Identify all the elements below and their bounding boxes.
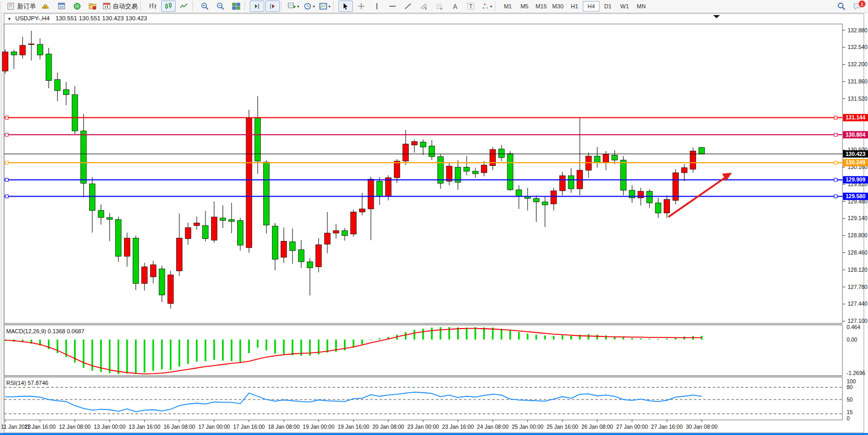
svg-text:127.440: 127.440	[848, 300, 867, 307]
svg-text:T: T	[469, 4, 472, 9]
toolbar-separator	[281, 2, 285, 11]
new-order-button[interactable]: 新订单	[6, 1, 38, 12]
svg-text:129.909: 129.909	[846, 176, 865, 183]
timeframe-m15-button[interactable]: M15	[533, 1, 549, 11]
svg-text:132.540: 132.540	[848, 44, 867, 50]
toolbar-separator	[244, 2, 249, 11]
arrows-button[interactable]: ▾	[479, 1, 494, 12]
channel-button[interactable]: E	[417, 1, 431, 12]
svg-text:16 Jan 08:00: 16 Jan 08:00	[164, 424, 195, 430]
svg-text:129.580: 129.580	[846, 193, 865, 199]
svg-text:0: 0	[847, 415, 850, 421]
horizontal-line-button[interactable]	[385, 1, 400, 12]
svg-text:130.804: 130.804	[846, 131, 865, 138]
svg-text:0.00: 0.00	[847, 336, 858, 343]
terminal-button[interactable]	[85, 1, 100, 12]
svg-text:E: E	[425, 7, 427, 10]
window-bottom-edge	[0, 433, 868, 435]
chat-icon[interactable]: 1	[850, 1, 864, 12]
svg-text:18 Jan 08:00: 18 Jan 08:00	[268, 424, 300, 430]
zoom-out-button[interactable]	[213, 1, 228, 12]
svg-text:25 Jan 16:00: 25 Jan 16:00	[546, 424, 578, 430]
svg-text:F: F	[441, 7, 443, 10]
timeframe-h4-button[interactable]: H4	[583, 1, 600, 11]
toolbar-separator	[495, 2, 499, 11]
cursor-button[interactable]	[338, 1, 353, 12]
label-button[interactable]: T	[463, 1, 478, 12]
svg-text:132.200: 132.200	[848, 61, 867, 67]
svg-text:132.880: 132.880	[848, 27, 867, 33]
new-chart-button[interactable]: ▾	[286, 1, 301, 12]
svg-text:19 Jan 00:00: 19 Jan 00:00	[303, 424, 335, 430]
timeframe-h1-button[interactable]: H1	[566, 1, 583, 11]
auto-scroll-button[interactable]	[265, 1, 280, 12]
profiles-button[interactable]: ▾	[302, 1, 316, 12]
svg-text:23 Jan 00:00: 23 Jan 00:00	[407, 424, 439, 430]
navigator-button[interactable]	[70, 1, 84, 12]
line-chart-button[interactable]	[177, 1, 191, 12]
svg-text:127.780: 127.780	[848, 284, 867, 290]
svg-text:128.460: 128.460	[848, 249, 867, 256]
candlestick-chart-button[interactable]	[161, 1, 176, 12]
svg-text:27 Jan 00:00: 27 Jan 00:00	[616, 424, 648, 430]
svg-text:13 Jan 16:00: 13 Jan 16:00	[129, 424, 161, 430]
rsi-label: RSI(14) 57.8746	[6, 380, 48, 386]
timeframe-m30-button[interactable]: M30	[549, 1, 566, 11]
timeframe-mn-button[interactable]: MN	[633, 1, 650, 11]
svg-text:80: 80	[847, 384, 853, 390]
svg-text:50: 50	[847, 396, 853, 403]
svg-text:13 Jan 00:00: 13 Jan 00:00	[94, 424, 126, 430]
market-watch-button[interactable]	[39, 1, 53, 12]
chart-window: ▼ USDJPY-,H4 130.551 130.551 130.423 130…	[0, 13, 868, 435]
toolbar-separator	[333, 2, 337, 11]
notification-badge: 1	[858, 0, 866, 8]
templates-button[interactable]: ▾	[317, 1, 332, 12]
trendline-button[interactable]	[401, 1, 415, 12]
svg-text:25 Jan 00:00: 25 Jan 00:00	[512, 424, 544, 430]
svg-text:26 Jan 08:00: 26 Jan 08:00	[581, 424, 613, 430]
tile-windows-button[interactable]	[229, 1, 243, 12]
vertical-line-button[interactable]	[370, 1, 384, 12]
svg-text:24 Jan 08:00: 24 Jan 08:00	[477, 424, 509, 430]
autotrading-button[interactable]: 自动交易	[101, 1, 139, 12]
svg-text:11 Jan 16:00: 11 Jan 16:00	[25, 424, 56, 430]
bar-chart-button[interactable]	[145, 1, 160, 12]
zoom-in-button[interactable]	[198, 1, 212, 12]
main-panel[interactable]	[4, 24, 842, 323]
timeframe-m1-button[interactable]: M1	[499, 1, 516, 11]
svg-text:19 Jan 16:00: 19 Jan 16:00	[338, 424, 370, 430]
svg-text:131.860: 131.860	[848, 78, 867, 84]
svg-text:12 Jan 08:00: 12 Jan 08:00	[59, 424, 91, 430]
macd-label: MACD(12,26,9) 0.1368 0.0687	[6, 328, 84, 334]
svg-text:-1.2696: -1.2696	[847, 370, 865, 376]
svg-text:130.423: 130.423	[846, 151, 865, 157]
chart-canvas[interactable]: 132.880132.540132.200131.860131.520130.5…	[0, 13, 868, 435]
toolbar-separator	[192, 2, 197, 11]
timeframe-w1-button[interactable]: W1	[616, 1, 633, 11]
svg-text:17 Jan 00:00: 17 Jan 00:00	[198, 424, 230, 430]
chart-shift-button[interactable]	[250, 1, 264, 12]
toolbar-separator	[140, 2, 144, 11]
timeframe-d1-button[interactable]: D1	[600, 1, 616, 11]
timeframe-m5-button[interactable]: M5	[516, 1, 533, 11]
search-icon[interactable]	[834, 1, 849, 12]
svg-text:130.249: 130.249	[846, 159, 865, 165]
data-window-button[interactable]	[54, 1, 69, 12]
rsi-panel[interactable]	[4, 377, 842, 420]
svg-text:128.800: 128.800	[848, 232, 867, 238]
svg-text:129.140: 129.140	[848, 215, 867, 221]
svg-text:20 Jan 08:00: 20 Jan 08:00	[372, 424, 404, 430]
collapse-arrow-icon[interactable]: ▼	[7, 17, 11, 21]
crosshair-button[interactable]	[354, 1, 369, 12]
svg-text:127.100: 127.100	[848, 318, 867, 324]
chart-title: ▼ USDJPY-,H4 130.551 130.551 130.423 130…	[7, 15, 147, 21]
svg-text:17 Jan 16:00: 17 Jan 16:00	[233, 424, 265, 430]
fibonacci-button[interactable]: F	[432, 1, 447, 12]
svg-text:23 Jan 16:00: 23 Jan 16:00	[442, 424, 474, 430]
chart-symbol-period: USDJPY-,H4	[15, 15, 50, 21]
svg-text:131.144: 131.144	[846, 114, 865, 120]
svg-text:30 Jan 08:00: 30 Jan 08:00	[686, 424, 718, 430]
text-button[interactable]: A	[448, 1, 462, 12]
main-toolbar: 新订单自动交易▾▾▾EFAT▾M1M5M15M30H1H4D1W1MN1	[0, 0, 868, 13]
svg-text:A: A	[453, 3, 457, 10]
